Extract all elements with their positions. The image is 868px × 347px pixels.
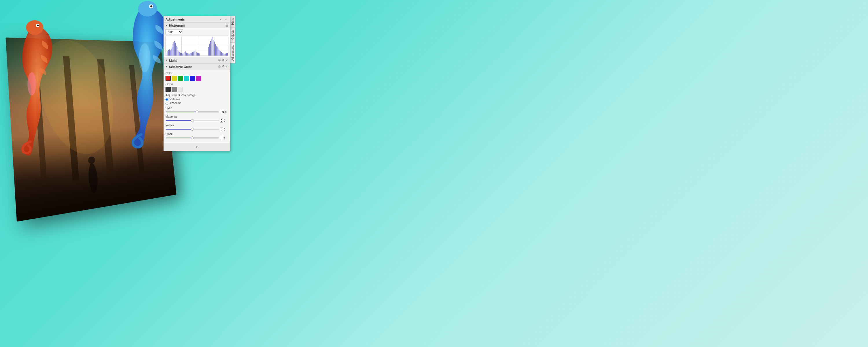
svg-rect-58	[211, 39, 212, 56]
black-slider-row: Black 0 ▲ ▼	[165, 132, 228, 140]
tab-hints[interactable]: Hints	[230, 16, 236, 28]
black-track[interactable]	[165, 137, 219, 138]
svg-rect-15	[166, 53, 166, 56]
channel-select[interactable]: Blue Red Green Luminosity RGB	[165, 29, 183, 34]
panel-header: Adjustments » ✕	[164, 16, 230, 23]
light-collapse-icon: ▼	[165, 59, 168, 62]
cyan-control: 59 ▲ ▼	[165, 110, 228, 114]
panel-expand-button[interactable]: »	[219, 18, 223, 22]
yellow-up-arrow[interactable]: ▲	[223, 127, 225, 129]
svg-rect-64	[216, 46, 217, 56]
svg-rect-35	[183, 53, 183, 56]
histogram-channel-row: Blue Red Green Luminosity RGB	[165, 29, 228, 34]
cyan-down-arrow[interactable]: ▼	[225, 112, 227, 114]
yellow-fill	[166, 129, 192, 130]
magenta-track[interactable]	[165, 120, 219, 121]
cyan-up-arrow[interactable]: ▲	[225, 110, 227, 112]
cyan-arrows: ▲ ▼	[225, 110, 227, 114]
panel-close-button[interactable]: ✕	[224, 18, 228, 22]
black-fill	[166, 138, 192, 138]
magenta-value: 0	[220, 119, 223, 123]
light-eye-icon[interactable]: ◎	[218, 58, 221, 62]
yellow-thumb[interactable]	[191, 128, 194, 131]
histogram-header[interactable]: ▼ Histogram ⊞	[164, 23, 230, 28]
magenta-slider-row: Magenta 0 ▲ ▼	[165, 115, 228, 123]
panel-add-button[interactable]: +	[164, 143, 230, 151]
black-value: 0	[220, 136, 223, 140]
absolute-radio[interactable]	[165, 102, 168, 105]
magenta-thumb[interactable]	[191, 119, 194, 122]
light-section-header[interactable]: ▼ Light ◎ ↺ ✓	[164, 57, 230, 64]
svg-rect-30	[179, 51, 179, 56]
light-reset-icon[interactable]: ↺	[222, 58, 224, 62]
svg-rect-55	[208, 47, 209, 56]
svg-rect-17	[167, 51, 168, 56]
swatch-magenta[interactable]	[196, 76, 201, 81]
svg-rect-16	[167, 52, 167, 56]
selective-color-header[interactable]: ▼ Selective Color ◎ ↺ ✓	[164, 64, 230, 70]
cyan-fill	[166, 112, 197, 112]
svg-rect-45	[191, 53, 192, 56]
svg-rect-54	[199, 54, 199, 56]
yellow-down-arrow[interactable]: ▼	[223, 129, 225, 131]
black-up-arrow[interactable]: ▲	[223, 136, 225, 138]
add-icon: +	[195, 144, 198, 150]
svg-rect-32	[180, 53, 181, 56]
magenta-down-arrow[interactable]: ▼	[223, 121, 225, 123]
color-label: Color	[165, 72, 228, 75]
svg-rect-33	[181, 53, 182, 56]
tab-adjustments[interactable]: Adjustments	[230, 42, 236, 63]
cyan-track[interactable]	[165, 111, 219, 113]
svg-rect-48	[194, 51, 194, 56]
light-title: Light	[169, 59, 218, 62]
adjustments-panel: Adjustments » ✕ ▼ Histogram ⊞ Blue Red G…	[163, 16, 230, 151]
yellow-slider-row: Yellow 0 ▲ ▼	[165, 124, 228, 131]
sc-reset-icon[interactable]: ↺	[222, 65, 224, 68]
swatch-cyan[interactable]	[184, 76, 189, 81]
histogram-controls: Blue Red Green Luminosity RGB	[164, 28, 230, 57]
black-down-arrow[interactable]: ▼	[223, 138, 225, 140]
svg-rect-28	[177, 47, 177, 56]
swatch-white[interactable]	[178, 87, 183, 92]
svg-rect-41	[188, 54, 189, 56]
black-value-box: 0 ▲ ▼	[220, 136, 228, 140]
tab-objects[interactable]: Objects	[230, 28, 236, 42]
swatch-gray[interactable]	[172, 87, 177, 92]
svg-point-6	[88, 156, 95, 164]
svg-rect-20	[170, 51, 171, 56]
swatch-red[interactable]	[165, 76, 171, 81]
svg-rect-31	[179, 52, 180, 56]
svg-rect-43	[189, 54, 190, 56]
swatch-green[interactable]	[178, 76, 183, 81]
magenta-up-arrow[interactable]: ▲	[223, 119, 225, 121]
svg-rect-40	[187, 53, 188, 56]
svg-rect-42	[189, 54, 189, 56]
svg-rect-27	[176, 46, 177, 56]
swatch-yellow[interactable]	[172, 76, 177, 81]
selective-color-section: ▼ Selective Color ◎ ↺ ✓ Color Grays	[164, 64, 230, 143]
light-check-icon[interactable]: ✓	[225, 58, 228, 62]
svg-rect-47	[193, 52, 193, 56]
svg-point-7	[26, 20, 43, 35]
cyan-thumb[interactable]	[195, 111, 198, 113]
swatch-blue[interactable]	[190, 76, 195, 81]
sc-check-icon[interactable]: ✓	[225, 65, 228, 68]
svg-rect-49	[195, 51, 195, 56]
black-thumb[interactable]	[191, 136, 194, 139]
yellow-label: Yellow	[165, 124, 228, 127]
svg-rect-66	[218, 48, 218, 56]
yellow-track[interactable]	[165, 129, 219, 130]
swatch-black[interactable]	[165, 87, 171, 92]
histogram-title: Histogram	[169, 24, 226, 27]
sc-eye-icon[interactable]: ◎	[218, 65, 221, 68]
svg-rect-34	[182, 54, 183, 56]
seahorse-orange	[9, 18, 58, 156]
grays-swatches	[165, 87, 228, 92]
svg-rect-67	[219, 50, 219, 56]
relative-radio-row: Relative	[165, 98, 228, 101]
tab-adjustments-label: Adjustments	[231, 45, 235, 61]
svg-rect-50	[195, 51, 196, 56]
relative-radio[interactable]	[165, 98, 168, 101]
svg-rect-23	[173, 44, 173, 56]
svg-rect-69	[220, 51, 221, 56]
